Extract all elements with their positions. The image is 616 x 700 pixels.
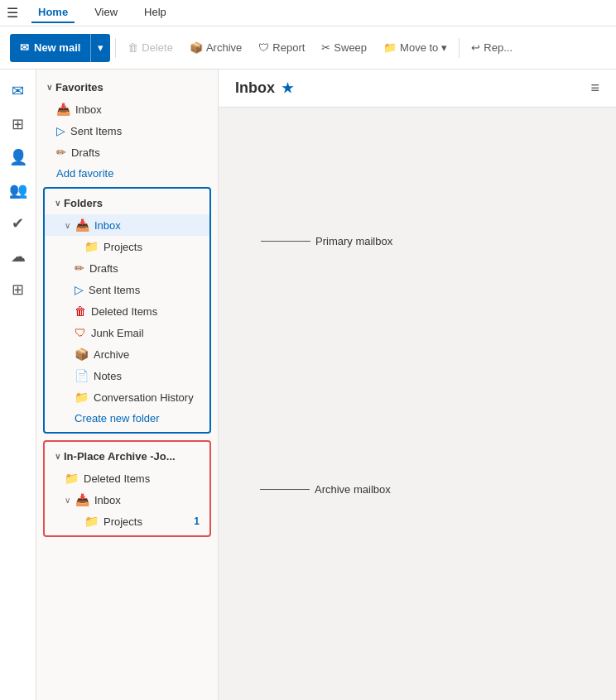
arc-inbox-icon: 📥 (75, 493, 89, 506)
inbox-icon: 📥 (56, 103, 70, 116)
folder-conv-history[interactable]: 📁 Conversation History (45, 386, 209, 408)
inbox-body (219, 108, 616, 700)
icon-sidebar: ✉ ⊞ 👤 👥 ✔ ☁ ⊞ (0, 70, 36, 700)
mail-icon: ✉ (20, 41, 29, 54)
folders-box: ∨ Folders ∨ 📥 Inbox 📁 Projects ✏ Drafts (43, 187, 211, 434)
favorites-sent[interactable]: ▷ Sent Items (36, 120, 218, 141)
menu-tab-view[interactable]: View (88, 2, 124, 23)
new-mail-label[interactable]: ✉ New mail (10, 34, 91, 62)
archive-button[interactable]: 📦 Archive (183, 34, 248, 62)
inplace-archive-box: ∨ In-Place Archive -Jo... 📁 Deleted Item… (43, 440, 211, 537)
menu-tab-home[interactable]: Home (31, 2, 75, 23)
sweep-icon: ✂ (321, 41, 330, 54)
sidebar-item-cloud[interactable]: ☁ (3, 242, 33, 271)
inbox-folder-icon: 📥 (75, 218, 89, 232)
drafts-icon: ✏ (56, 146, 66, 159)
arc-projects-badge: 1 (194, 515, 200, 527)
menu-bar: ☰ Home View Help (0, 0, 616, 26)
favorites-chevron: ∨ (46, 83, 52, 92)
create-folder-link[interactable]: Create new folder (45, 408, 209, 429)
delete-icon: 🗑 (128, 41, 138, 54)
conv-history-icon: 📁 (75, 391, 89, 404)
arc-deleted-icon: 📁 (65, 472, 79, 485)
folders-label: Folders (64, 197, 103, 209)
folder-panel: ∨ Favorites 📥 Inbox ▷ Sent Items ✏ Draft… (36, 70, 219, 700)
notes-icon: 📄 (75, 369, 89, 382)
app-body: ✉ ⊞ 👤 👥 ✔ ☁ ⊞ ∨ Favorites 📥 Inbox ▷ Sent… (0, 70, 616, 700)
sidebar-item-grid[interactable]: ⊞ (3, 275, 33, 304)
sidebar-item-tasks[interactable]: ✔ (3, 209, 33, 238)
inbox-title-text: Inbox (235, 79, 275, 97)
folder-projects[interactable]: 📁 Projects (45, 236, 209, 257)
arc-projects-folder[interactable]: 📁 Projects 1 (45, 511, 209, 532)
archive-folder-icon: 📦 (75, 348, 89, 361)
sidebar-item-groups[interactable]: 👥 (3, 175, 33, 205)
arc-projects-icon: 📁 (84, 515, 99, 528)
favorites-inbox[interactable]: 📥 Inbox (36, 98, 218, 120)
add-favorite-link[interactable]: Add favorite (36, 163, 218, 184)
toolbar-separator-2 (459, 38, 460, 58)
drafts2-icon: ✏ (75, 261, 84, 275)
favorites-section-header[interactable]: ∨ Favorites (36, 76, 218, 98)
archive-section-header[interactable]: ∨ In-Place Archive -Jo... (45, 445, 209, 467)
sweep-button[interactable]: ✂ Sweep (315, 34, 373, 62)
folder-sent[interactable]: ▷ Sent Items (45, 279, 209, 300)
moveto-icon: 📁 (383, 41, 397, 54)
folder-junk[interactable]: 🛡 Junk Email (45, 322, 209, 343)
filter-icon[interactable]: ≡ (590, 79, 599, 97)
inbox-star-icon[interactable]: ★ (282, 80, 293, 96)
favorites-label: Favorites (55, 81, 103, 93)
sent2-icon: ▷ (75, 283, 84, 296)
delete-button[interactable]: 🗑 Delete (121, 34, 180, 62)
sent-icon: ▷ (56, 124, 65, 137)
archive-chevron: ∨ (55, 452, 60, 461)
inbox-expand-chevron: ∨ (65, 221, 70, 230)
folder-drafts[interactable]: ✏ Drafts (45, 257, 209, 279)
arc-deleted-folder[interactable]: 📁 Deleted Items (45, 467, 209, 489)
moveto-button[interactable]: 📁 Move to ▾ (377, 34, 454, 62)
folders-section-header[interactable]: ∨ Folders (45, 192, 209, 214)
junk-icon: 🛡 (75, 326, 86, 339)
sidebar-item-mail[interactable]: ✉ (3, 76, 33, 106)
reply-button[interactable]: ↩ Rep... (464, 34, 519, 62)
inbox-title: Inbox ★ (235, 79, 293, 97)
menu-tab-help[interactable]: Help (137, 2, 173, 23)
moveto-chevron: ▾ (441, 41, 447, 54)
deleted-icon: 🗑 (75, 304, 86, 318)
reply-icon: ↩ (471, 41, 480, 54)
content-panel: Inbox ★ ≡ (219, 70, 616, 700)
report-icon: 🛡 (258, 41, 269, 54)
folder-archive[interactable]: 📦 Archive (45, 343, 209, 365)
archive-label: In-Place Archive -Jo... (64, 450, 176, 463)
favorites-drafts[interactable]: ✏ Drafts (36, 141, 218, 163)
folders-chevron: ∨ (55, 199, 60, 208)
hamburger-icon[interactable]: ☰ (7, 5, 18, 21)
sidebar-item-people[interactable]: 👤 (3, 142, 33, 172)
main-area: ∨ Favorites 📥 Inbox ▷ Sent Items ✏ Draft… (36, 70, 616, 700)
toolbar: ✉ New mail ▾ 🗑 Delete 📦 Archive 🛡 Report… (0, 26, 616, 70)
projects-icon: 📁 (84, 240, 99, 253)
folder-notes[interactable]: 📄 Notes (45, 365, 209, 386)
folders-inbox[interactable]: ∨ 📥 Inbox (45, 214, 209, 236)
arc-inbox-folder[interactable]: ∨ 📥 Inbox (45, 489, 209, 511)
new-mail-dropdown-arrow[interactable]: ▾ (91, 34, 110, 62)
folder-deleted[interactable]: 🗑 Deleted Items (45, 300, 209, 322)
new-mail-button[interactable]: ✉ New mail ▾ (10, 34, 110, 62)
archive-icon: 📦 (190, 41, 203, 54)
arc-inbox-chevron: ∨ (65, 496, 70, 505)
report-button[interactable]: 🛡 Report (252, 34, 311, 62)
toolbar-separator (115, 38, 116, 58)
sidebar-item-apps[interactable]: ⊞ (3, 109, 33, 139)
inbox-header: Inbox ★ ≡ (219, 70, 616, 108)
